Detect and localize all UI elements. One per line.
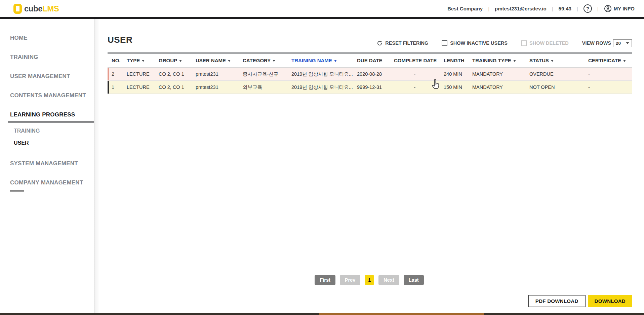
logo: cubeLMS [13, 4, 59, 14]
column-header-training-name[interactable]: TRAINING NAME [287, 58, 353, 63]
show-inactive-users-checkbox[interactable]: SHOW INACTIVE USERS [442, 40, 508, 46]
pagination-next-button[interactable]: Next [378, 275, 399, 285]
help-icon[interactable]: ? [583, 4, 592, 13]
checkbox-icon [442, 40, 447, 46]
sort-arrow-icon [513, 60, 516, 62]
reset-filtering-button[interactable]: RESET FILTERING [377, 40, 428, 46]
refresh-icon [377, 40, 383, 46]
pagination-last-button[interactable]: Last [404, 275, 424, 285]
filter-toolbar: RESET FILTERING SHOW INACTIVE USERS SHOW… [377, 38, 632, 48]
sort-arrow-icon [623, 60, 626, 62]
training-table: NO.TYPEGROUPUSER NAMECATEGORYTRAINING NA… [108, 53, 632, 94]
column-header-type[interactable]: TYPE [123, 58, 155, 63]
view-rows-control: VIEW ROWS 20 [582, 39, 632, 47]
column-header-length: LENGTH [440, 58, 468, 63]
my-info-label: MY INFO [614, 6, 635, 11]
table-header-row: NO.TYPEGROUPUSER NAMECATEGORYTRAINING NA… [108, 53, 632, 68]
cell-training-name: 2019년 임상시험 모니터요... [287, 84, 353, 91]
sidebar-item-system-management[interactable]: SYSTEM MANAGEMENT [0, 154, 94, 173]
view-rows-value: 20 [616, 41, 621, 46]
cell-length: 240 MIN [440, 71, 468, 77]
sort-arrow-icon [228, 60, 231, 62]
cell-user-name: pmtest231 [192, 71, 239, 77]
column-header-group[interactable]: GROUP [155, 58, 192, 63]
user-email: pmtest231@crsdev.io [495, 6, 547, 11]
logo-text: cubeLMS [24, 4, 59, 13]
pagination-prev-button[interactable]: Prev [340, 275, 360, 285]
bottom-progress-bar [0, 313, 644, 315]
column-header-status[interactable]: STATUS [525, 58, 584, 63]
my-info-button[interactable]: MY INFO [604, 5, 635, 12]
sidebar-subnav: TRAININGUSER [0, 124, 94, 150]
column-label: TRAINING NAME [291, 58, 332, 63]
column-label: TYPE [127, 58, 140, 63]
table-row[interactable]: 2LECTURECO 2, CO 1pmtest231종사자교육-신규2019년… [108, 68, 632, 81]
cell-category: 외부교육 [239, 84, 287, 91]
session-timer: 59:43 [559, 6, 571, 11]
view-rows-select[interactable]: 20 [613, 39, 632, 47]
column-label: NO. [112, 58, 121, 63]
cell-due-date: 2020-08-28 [353, 71, 390, 77]
cell-certificate: - [584, 84, 632, 90]
cell-user-name: pmtest231 [192, 84, 239, 90]
cell-due-date: 9999-12-31 [353, 84, 390, 90]
column-label: USER NAME [196, 58, 226, 63]
pagination-page-1[interactable]: 1 [365, 275, 374, 285]
column-header-category[interactable]: CATEGORY [239, 58, 287, 63]
cell-training-name: 2019년 임상시험 모니터요... [287, 71, 353, 77]
cell-group: CO 2, CO 1 [155, 84, 192, 90]
cell-group: CO 2, CO 1 [155, 71, 192, 77]
sidebar-item-contents-management[interactable]: CONTENTS MANAGEMENT [0, 86, 94, 105]
download-button[interactable]: DOWNLOAD [588, 295, 632, 307]
column-label: DUE DATE [357, 58, 383, 63]
cell-status: NOT OPEN [525, 84, 584, 90]
separator: | [488, 6, 489, 11]
pagination-first-button[interactable]: First [315, 275, 335, 285]
action-buttons: PDF DOWNLOAD DOWNLOAD [528, 295, 632, 307]
cell-category: 종사자교육-신규 [239, 71, 287, 77]
column-label: GROUP [159, 58, 177, 63]
cell-type: LECTURE [123, 71, 155, 77]
sidebar-item-user-management[interactable]: USER MANAGEMENT [0, 67, 94, 86]
logo-cube-icon [13, 4, 22, 14]
sidebar-gap [0, 150, 94, 154]
cell-no: 2 [108, 71, 123, 77]
reset-filtering-label: RESET FILTERING [385, 40, 428, 46]
sidebar-item-home[interactable]: HOME [0, 28, 94, 47]
separator: | [577, 6, 578, 11]
sidebar-item-company-management[interactable]: COMPANY MANAGEMENT [0, 173, 94, 192]
sort-arrow-icon [273, 60, 275, 62]
column-header-certificate[interactable]: CERTIFICATE [584, 58, 632, 63]
cell-training-type: MANDATORY [468, 71, 525, 77]
sidebar-subitem-user[interactable]: USER [0, 137, 94, 149]
cell-status: OVERDUE [525, 71, 584, 77]
logo-text-lms: LMS [42, 4, 59, 13]
separator: | [552, 6, 553, 11]
main-content: USER RESET FILTERING SHOW INACTIVE USERS… [94, 19, 644, 313]
sidebar-item-training[interactable]: TRAINING [0, 47, 94, 67]
sort-arrow-icon [142, 60, 145, 62]
column-header-user-name[interactable]: USER NAME [192, 58, 239, 63]
column-header-complete-date: COMPLETE DATE [390, 58, 440, 63]
top-bar: cubeLMS Best Company | pmtest231@crsdev.… [0, 0, 644, 19]
sidebar-subitem-training[interactable]: TRAINING [0, 125, 94, 137]
sidebar-item-learning-progress[interactable]: LEARNING PROGRESS [0, 105, 94, 124]
column-header-training-type[interactable]: TRAINING TYPE [468, 58, 525, 63]
page-title: USER [108, 35, 132, 45]
column-label: CATEGORY [243, 58, 271, 63]
cell-complete-date: - [390, 71, 440, 77]
column-header-due-date: DUE DATE [353, 58, 390, 63]
cell-no: 1 [108, 84, 123, 90]
view-rows-label: VIEW ROWS [582, 40, 611, 46]
logo-text-cube: cube [24, 4, 42, 13]
table-row[interactable]: 1LECTURECO 2, CO 1pmtest231외부교육2019년 임상시… [108, 81, 632, 94]
pagination: First Prev 1 Next Last [94, 275, 644, 285]
sidebar-nav: HOMETRAININGUSER MANAGEMENTCONTENTS MANA… [0, 19, 94, 313]
cell-training-type: MANDATORY [468, 84, 525, 90]
column-header-no: NO. [108, 58, 123, 63]
show-deleted-checkbox[interactable]: SHOW DELETED [521, 40, 569, 46]
cell-complete-date: - [390, 84, 440, 90]
column-label: LENGTH [444, 58, 465, 63]
cell-type: LECTURE [123, 84, 155, 90]
pdf-download-button[interactable]: PDF DOWNLOAD [528, 295, 586, 307]
